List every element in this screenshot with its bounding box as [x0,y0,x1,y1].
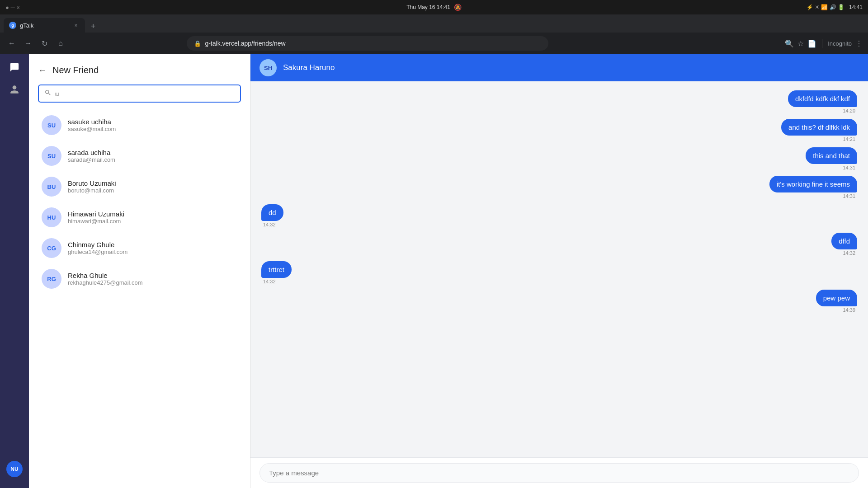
contact-item[interactable]: SU sasuke uchiha sasuke@mail.com [38,110,241,141]
search-input[interactable] [55,90,235,98]
contact-info: Himawari Uzumaki himawari@mail.com [68,210,124,225]
message-bubble: dd [261,204,283,221]
message-time: 14:31 [841,193,857,199]
tray-icons: ⚡ ☀ 📶 🔊 🔋 [807,4,844,10]
message-bubble: dffd [831,233,857,249]
tab-favicon: g [9,22,16,29]
chat-header: SH Sakura Haruno [250,54,868,81]
window-controls[interactable]: ● ─ × [5,4,20,11]
contact-email: sarada@mail.com [68,156,115,163]
refresh-nav-button[interactable]: ↻ [38,37,51,50]
message-time: 14:32 [261,222,278,227]
contact-email: sasuke@mail.com [68,126,116,132]
contact-name: sarada uchiha [68,149,115,156]
browser-tabbar: g gTalk × + [0,14,868,33]
message-row: dd 14:32 [261,204,857,231]
message-row: dkfdfd kdfk dkf kdf 14:20 [261,90,857,117]
chat-area: SH Sakura Haruno dkfdfd kdfk dkf kdf 14:… [250,54,868,488]
contact-email: ghuleca14@gmail.com [68,249,127,255]
contact-name: Chinmay Ghule [68,241,127,249]
user-avatar[interactable]: NU [6,461,23,477]
search-icon [44,89,52,98]
contact-info: Rekha Ghule rekhaghule4275@gmail.com [68,272,143,286]
browser-toolbar-icons: 🔍 ☆ 📄 Incognito ⋮ [785,39,863,48]
chat-messages: dkfdfd kdfk dkf kdf 14:20 and this? df d… [250,81,868,457]
search-browser-icon[interactable]: 🔍 [785,39,794,48]
contact-avatar: SU [42,146,61,166]
sidebar-item-chat[interactable] [5,60,24,78]
contact-item[interactable]: CG Chinmay Ghule ghuleca14@gmail.com [38,233,241,263]
message-row: it's working fine it seems 14:31 [261,176,857,202]
back-nav-button[interactable]: ← [5,37,18,50]
contact-avatar: HU [42,207,61,227]
contact-item[interactable]: RG Rekha Ghule rekhaghule4275@gmail.com [38,263,241,294]
contact-name: sasuke uchiha [68,118,116,126]
message-row: trttret 14:32 [261,261,857,288]
contact-list: SU sasuke uchiha sasuke@mail.com SU sara… [38,110,241,294]
message-bubble: this and that [806,147,857,164]
contact-item[interactable]: SU sarada uchiha sarada@mail.com [38,141,241,171]
contact-info: Chinmay Ghule ghuleca14@gmail.com [68,241,127,255]
address-bar[interactable]: 🔒 g-talk.vercel.app/friends/new [187,36,548,51]
tab-label: gTalk [20,22,33,29]
contact-avatar: RG [42,269,61,289]
message-bubble: and this? df dlfkk ldk [781,119,857,136]
message-time: 14:21 [841,136,857,142]
message-bubble: pew pew [816,290,857,306]
contact-name: Himawari Uzumaki [68,210,124,218]
message-bubble: it's working fine it seems [769,176,857,192]
message-bubble: dkfdfd kdfk dkf kdf [788,90,857,107]
contact-info: sarada uchiha sarada@mail.com [68,149,115,163]
contact-avatar: BU [42,177,61,197]
contact-item[interactable]: BU Boruto Uzumaki boruto@mail.com [38,171,241,202]
contact-email: boruto@mail.com [68,187,116,194]
contact-email: rekhaghule4275@gmail.com [68,279,143,286]
app-sidebar: NU [0,54,29,488]
people-icon [9,84,19,97]
reader-mode-icon[interactable]: 📄 [807,39,816,48]
contact-info: sasuke uchiha sasuke@mail.com [68,118,116,132]
contact-email: himawari@mail.com [68,218,124,225]
panel-title: New Friend [52,65,99,75]
chat-icon [9,62,19,75]
chat-input-area [250,457,868,488]
browser-tab-gtalk[interactable]: g gTalk × [4,18,85,33]
contact-name: Rekha Ghule [68,272,143,279]
panel-header: ← New Friend [38,65,241,75]
message-time: 14:31 [841,165,857,170]
notification-icon: 🔕 [454,4,462,11]
new-friend-panel: ← New Friend SU sasuke uchiha sasuke@mai… [29,54,250,488]
chat-contact-avatar: SH [259,59,277,76]
message-row: pew pew 14:39 [261,290,857,316]
message-time: 14:39 [841,307,857,313]
search-box[interactable] [38,84,241,103]
message-row: dffd 14:32 [261,233,857,259]
contact-item[interactable]: HU Himawari Uzumaki himawari@mail.com [38,202,241,233]
system-clock: Thu May 16 14:41 🔕 [406,4,462,11]
back-button[interactable]: ← [38,65,47,75]
profile-button[interactable]: Incognito [828,40,852,47]
chat-input[interactable] [259,463,859,483]
extension-icon[interactable]: ⋮ [855,39,863,48]
contact-avatar: CG [42,238,61,258]
message-time: 14:32 [841,250,857,256]
contact-name: Boruto Uzumaki [68,179,116,187]
message-row: this and that 14:31 [261,147,857,174]
message-time: 14:32 [261,279,278,284]
forward-nav-button[interactable]: → [22,37,34,50]
os-titlebar: ● ─ × Thu May 16 14:41 🔕 ⚡ ☀ 📶 🔊 🔋 14:41 [0,0,868,14]
browser-addressbar: ← → ↻ ⌂ 🔒 g-talk.vercel.app/friends/new … [0,33,868,54]
contact-avatar: SU [42,115,61,135]
chat-contact-name: Sakura Haruno [283,63,335,72]
message-bubble: trttret [261,261,292,278]
message-time: 14:20 [841,108,857,113]
home-nav-button[interactable]: ⌂ [54,37,67,50]
tab-close-button[interactable]: × [72,22,80,29]
app-container: NU ← New Friend SU sasuke uchiha sasuke@… [0,54,868,488]
sidebar-item-people[interactable] [5,81,24,99]
bookmark-icon[interactable]: ☆ [797,39,804,48]
new-tab-button[interactable]: + [87,20,99,33]
message-row: and this? df dlfkk ldk 14:21 [261,119,857,145]
system-tray: ⚡ ☀ 📶 🔊 🔋 14:41 [807,4,863,10]
contact-info: Boruto Uzumaki boruto@mail.com [68,179,116,194]
